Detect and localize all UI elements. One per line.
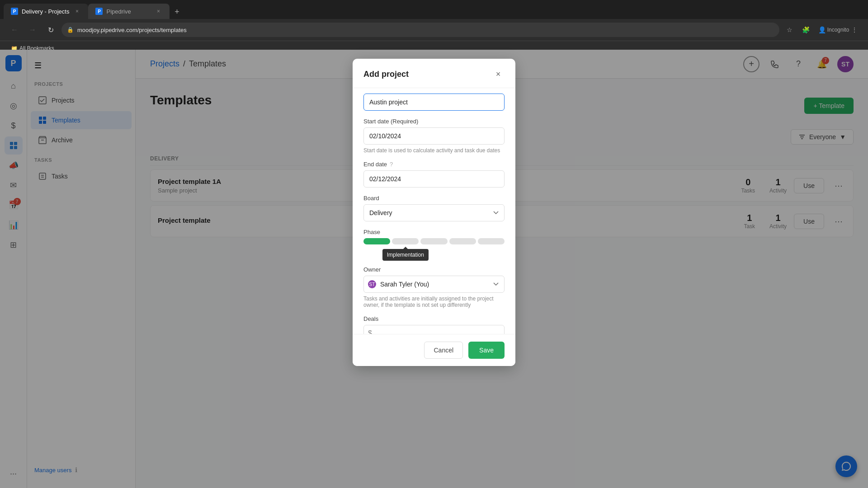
deals-label-text: Deals <box>363 315 378 322</box>
start-date-group: Start date (Required) Start date is used… <box>363 118 505 154</box>
start-date-input[interactable] <box>363 127 505 145</box>
end-date-group: End date ? <box>363 161 505 188</box>
owner-group: Owner ST Sarah Tyler (You) Tasks and act… <box>363 266 505 308</box>
end-date-label: End date ? <box>363 161 505 168</box>
deals-group: Deals $ <box>363 315 505 334</box>
new-tab-btn[interactable]: + <box>170 5 184 19</box>
owner-select-wrapper: ST Sarah Tyler (You) <box>363 276 505 293</box>
tab-favicon: P <box>11 8 18 15</box>
phase-bar-3[interactable] <box>420 238 447 244</box>
owner-label: Owner <box>363 266 505 273</box>
owner-label-text: Owner <box>363 266 381 273</box>
refresh-btn[interactable]: ↻ <box>43 23 58 37</box>
address-bar[interactable]: 🔒 moodjoy.pipedrive.com/projects/templat… <box>61 23 779 37</box>
board-label-text: Board <box>363 195 379 202</box>
modal-title: Add project <box>363 70 409 79</box>
inactive-tab[interactable]: P Pipedrive × <box>88 4 170 19</box>
browser-tabs: P Delivery - Projects × P Pipedrive × + <box>0 0 868 19</box>
end-date-input[interactable] <box>363 170 505 188</box>
browser-extension-btn[interactable]: 🧩 <box>799 23 812 36</box>
board-select[interactable]: Delivery <box>363 204 505 221</box>
tab2-label: Pipedrive <box>106 8 131 15</box>
forward-btn[interactable]: → <box>25 23 40 37</box>
phase-bars-container: Implementation <box>363 238 505 244</box>
cancel-button[interactable]: Cancel <box>424 342 463 359</box>
owner-select[interactable]: Sarah Tyler (You) <box>363 276 505 293</box>
phase-bar-2[interactable]: Implementation <box>392 238 419 244</box>
menu-btn[interactable]: ⋮ <box>848 23 861 36</box>
owner-avatar-icon: ST <box>368 280 376 288</box>
owner-helper: Tasks and activities are initially assig… <box>363 296 505 308</box>
tab-label: Delivery - Projects <box>22 8 69 15</box>
modal-close-btn[interactable]: × <box>492 68 505 80</box>
tab2-close-btn[interactable]: × <box>154 7 162 15</box>
deals-input[interactable] <box>363 325 505 334</box>
back-btn[interactable]: ← <box>7 23 22 37</box>
start-date-helper: Start date is used to calculate activity… <box>363 147 505 154</box>
end-date-help-icon[interactable]: ? <box>390 161 393 168</box>
deals-label: Deals <box>363 315 505 322</box>
phase-bar-1[interactable] <box>363 238 390 244</box>
phase-group: Phase Implementation <box>363 229 505 244</box>
bookmark-star-btn[interactable]: ☆ <box>783 23 796 36</box>
phase-bar-4[interactable] <box>449 238 476 244</box>
url-text: moodjoy.pipedrive.com/projects/templates <box>77 27 187 33</box>
tab2-favicon: P <box>95 8 103 15</box>
start-date-label-text: Start date (Required) <box>363 118 418 125</box>
project-name-group <box>363 88 505 111</box>
save-button[interactable]: Save <box>468 342 505 359</box>
browser-actions: ☆ 🧩 👤 Incognito ⋮ <box>783 23 861 36</box>
add-project-modal: Add project × Start date (Required) Star… <box>353 59 515 366</box>
board-group: Board Delivery <box>363 195 505 221</box>
tab-close-btn[interactable]: × <box>73 7 81 15</box>
phase-bar-5[interactable] <box>478 238 505 244</box>
profile-btn[interactable]: 👤 <box>816 23 828 36</box>
browser-toolbar: ← → ↻ 🔒 moodjoy.pipedrive.com/projects/t… <box>0 19 868 41</box>
deals-dollar-icon: $ <box>368 329 372 334</box>
phase-label: Phase <box>363 229 505 235</box>
modal-header: Add project × <box>353 59 515 88</box>
browser-chrome: P Delivery - Projects × P Pipedrive × + … <box>0 0 868 50</box>
incognito-label: Incognito <box>832 23 844 36</box>
board-label: Board <box>363 195 505 202</box>
project-name-input[interactable] <box>363 94 505 111</box>
phase-tooltip: Implementation <box>382 249 429 261</box>
modal-overlay[interactable]: Add project × Start date (Required) Star… <box>0 50 868 488</box>
active-tab[interactable]: P Delivery - Projects × <box>4 4 88 19</box>
modal-body: Start date (Required) Start date is used… <box>353 88 515 334</box>
end-date-label-text: End date <box>363 161 387 168</box>
modal-footer: Cancel Save <box>353 334 515 366</box>
lock-icon: 🔒 <box>67 27 74 33</box>
start-date-label: Start date (Required) <box>363 118 505 125</box>
phase-label-text: Phase <box>363 229 380 235</box>
deals-input-wrapper: $ <box>363 325 505 334</box>
